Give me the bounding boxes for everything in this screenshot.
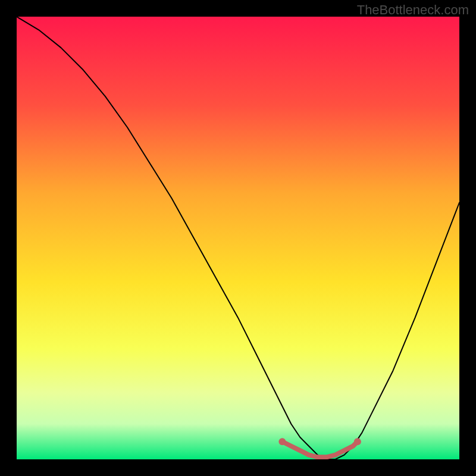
- chart-frame: TheBottleneck.com: [0, 0, 476, 476]
- plot-area: [17, 17, 459, 459]
- watermark-text: TheBottleneck.com: [357, 2, 469, 18]
- marker-endpoint: [278, 438, 286, 445]
- chart-background: [17, 17, 459, 459]
- chart-svg: [17, 17, 459, 459]
- marker-endpoint: [354, 438, 361, 445]
